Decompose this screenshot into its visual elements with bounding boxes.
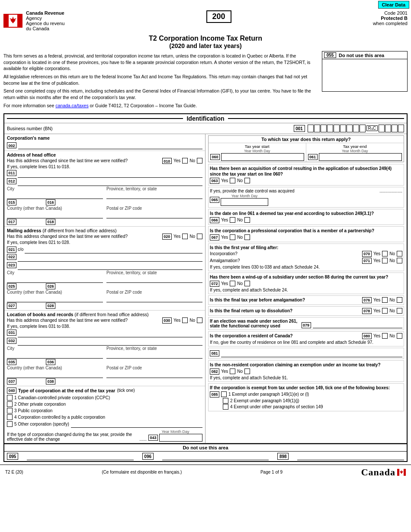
q072-no[interactable] — [244, 281, 250, 286]
bn-row: Business number (BN) 001 R₁C — [4, 123, 407, 134]
bn-cell-1[interactable] — [308, 125, 314, 132]
q085-opt1[interactable] — [221, 391, 227, 397]
code-info: Code 2001 Protected B when completed — [373, 10, 408, 26]
q070-yes[interactable] — [382, 251, 388, 256]
q076-yes[interactable] — [382, 297, 388, 303]
books-yes[interactable] — [182, 317, 188, 323]
bn-cell-2[interactable] — [314, 125, 320, 132]
q079-block: If an election was made under section 26… — [208, 317, 404, 330]
q063-no[interactable] — [244, 178, 250, 183]
books-records-section: Location of books and records (if differ… — [4, 311, 205, 386]
corp-type-section: 040 Type of corporation at the end of th… — [4, 386, 205, 443]
corp-type-1[interactable] — [7, 395, 13, 401]
q067-block: Is the corporation a professional corpor… — [208, 226, 404, 242]
svg-rect-0 — [4, 15, 9, 27]
mailing-yes[interactable] — [182, 234, 188, 239]
q065-date[interactable] — [221, 198, 268, 206]
q066-yes[interactable] — [230, 217, 235, 223]
bn-cell-5[interactable] — [334, 125, 340, 132]
q080-no[interactable] — [397, 333, 402, 339]
bn-cell-4[interactable] — [327, 125, 333, 132]
q066-block: Is the date on line 061 a deemed tax yea… — [208, 209, 404, 225]
q067-yes[interactable] — [230, 234, 235, 240]
form-number: 200 — [206, 10, 231, 23]
canada-wordmark: Canada — [361, 467, 406, 478]
q082-block: Is the non-resident corporation claiming… — [208, 360, 404, 382]
corp-type-4[interactable] — [7, 414, 13, 420]
clear-data-button[interactable]: Clear Data — [378, 1, 409, 9]
head-office-section: Address of head office Has this address … — [4, 151, 205, 227]
q065-block: If yes, provide the date control was acq… — [208, 187, 404, 208]
q063-yes[interactable] — [230, 178, 235, 183]
corp-type-5[interactable] — [7, 421, 13, 427]
flag-icon — [3, 14, 22, 28]
bn-cell-3[interactable] — [321, 125, 327, 132]
svg-rect-3 — [397, 469, 399, 476]
q070-block: Is this the first year of filing after: … — [208, 244, 404, 271]
q076-block: Is this the final tax year before amalga… — [208, 295, 404, 305]
tax-year-start-date[interactable] — [221, 153, 304, 161]
corp-type-2[interactable] — [7, 401, 13, 407]
q082-yes[interactable] — [230, 369, 235, 374]
q063-block: Has there been an acquisition of control… — [208, 164, 404, 186]
q076-no[interactable] — [397, 297, 402, 303]
footer: T2 E (20) (Ce formulaire est disponible … — [0, 465, 411, 480]
rc-cell-1[interactable] — [379, 125, 385, 132]
tax-year-block: To which tax year does this return apply… — [208, 135, 404, 162]
rc-cell-4[interactable] — [398, 125, 404, 132]
corp-type-change-date[interactable] — [159, 434, 202, 442]
q078-no[interactable] — [397, 308, 402, 314]
q078-yes[interactable] — [382, 308, 388, 314]
tax-year-end-date[interactable] — [319, 153, 402, 161]
canada-logo: Canada Revenue Agency Agence du revenu d… — [3, 10, 64, 31]
q067-no[interactable] — [244, 234, 250, 240]
form-title: T2 Corporation Income Tax Return (2020 a… — [0, 33, 411, 51]
q081-input[interactable] — [221, 349, 402, 357]
head-office-yes[interactable] — [182, 158, 188, 163]
canada-taxes-link[interactable]: canada.ca/taxes — [55, 103, 88, 108]
q078-block: Is this the final return up to dissoluti… — [208, 306, 404, 316]
identification-header: Identification — [4, 114, 407, 123]
q080-yes[interactable] — [382, 333, 388, 339]
q066-no[interactable] — [244, 217, 250, 223]
agency-name: Canada Revenue Agency Agence du revenu d… — [26, 10, 64, 31]
q070-no[interactable] — [397, 251, 402, 256]
q081-block: 081 — [208, 348, 404, 359]
bottom-numbers: 095 096 898 — [4, 452, 407, 461]
svg-rect-4 — [404, 469, 406, 476]
mailing-no[interactable] — [197, 234, 202, 239]
q082-no[interactable] — [244, 369, 250, 374]
field-055-box: 055 Do not use this area — [322, 51, 408, 92]
q072-yes[interactable] — [230, 281, 235, 286]
q085-opt3[interactable] — [223, 404, 228, 410]
q080-block: Is the corporation a resident of Canada?… — [208, 331, 404, 346]
q085-block: If the corporation is exempt from tax un… — [208, 383, 404, 411]
corp-type-3[interactable] — [7, 408, 13, 413]
bn-cell-7[interactable] — [347, 125, 353, 132]
head-office-no[interactable] — [197, 158, 202, 163]
bn-cell-8[interactable] — [353, 125, 359, 132]
q079-input[interactable] — [313, 320, 403, 328]
q072-block: Has there been a wind-up of a subsidiary… — [208, 272, 404, 294]
corp-name-section: Corporation's name 002 — [4, 134, 205, 151]
rc-cell-3[interactable] — [392, 125, 398, 132]
q071-no[interactable] — [397, 258, 402, 263]
mailing-address-section: Mailing address (if different from head … — [4, 227, 205, 311]
q071-yes[interactable] — [382, 258, 388, 263]
rc-cell-2[interactable] — [385, 125, 391, 132]
q085-opt2[interactable] — [223, 398, 228, 404]
do-not-use-bar: Do not use this area — [4, 443, 407, 452]
bn-cell-9[interactable] — [360, 125, 366, 132]
bn-cell-6[interactable] — [340, 125, 346, 132]
books-no[interactable] — [197, 317, 202, 323]
svg-rect-1 — [17, 15, 22, 27]
